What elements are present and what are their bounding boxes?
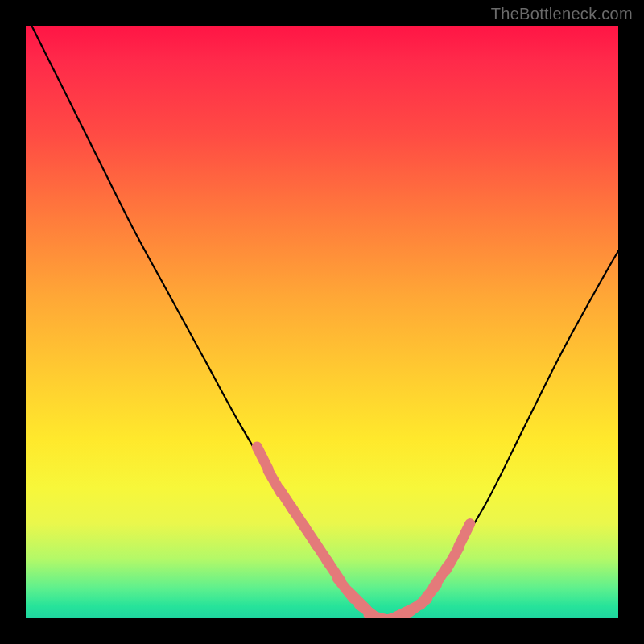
watermark-text: TheBottleneck.com bbox=[491, 5, 633, 23]
plot-area bbox=[26, 26, 618, 618]
highlighted-points-group bbox=[257, 447, 470, 618]
highlighted-point bbox=[459, 524, 470, 547]
chart-frame: TheBottleneck.com bbox=[0, 0, 644, 644]
chart-svg bbox=[26, 26, 618, 618]
bottleneck-curve-line bbox=[26, 26, 618, 618]
